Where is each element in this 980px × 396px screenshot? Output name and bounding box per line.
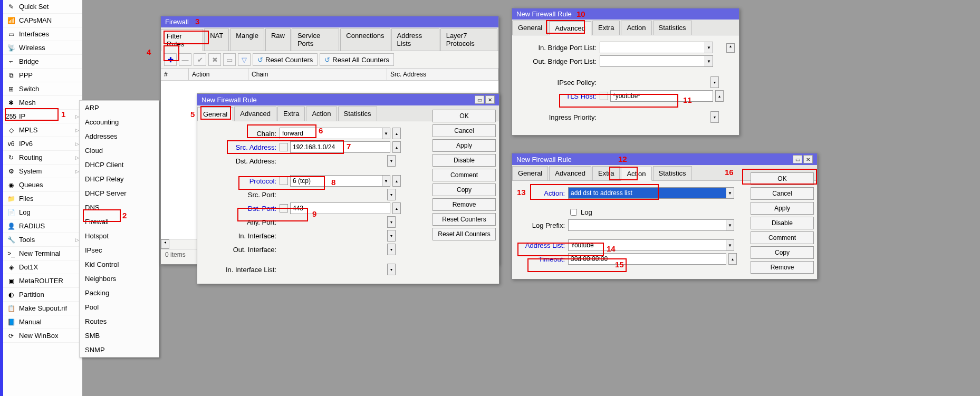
src-updown[interactable]: ▴	[392, 141, 401, 153]
sidebar-item-make-supout-rif[interactable]: 📋Make Supout.rif	[3, 302, 82, 315]
submenu-item-addresses[interactable]: Addresses	[80, 129, 159, 143]
disable-button[interactable]: Disable	[433, 154, 496, 167]
sidebar-item-dot1x[interactable]: ◈Dot1X	[3, 260, 82, 274]
col-chain[interactable]: Chain	[248, 69, 387, 80]
tab-advanced[interactable]: Advanced	[234, 107, 276, 121]
sidebar-item-wireless[interactable]: 📡Wireless	[3, 41, 82, 55]
tab-filter-rules[interactable]: Filter Rules	[161, 29, 203, 51]
submenu-item-arp[interactable]: ARP	[80, 101, 159, 115]
submenu-item-ipsec[interactable]: IPsec	[80, 243, 159, 257]
disable-button[interactable]: Disable	[751, 217, 814, 229]
inif-updown[interactable]: ▾	[387, 230, 396, 242]
log-prefix-input[interactable]	[568, 219, 726, 231]
ingress-updown[interactable]: ▾	[710, 111, 719, 123]
log-checkbox[interactable]	[570, 209, 577, 216]
col-action[interactable]: Action	[189, 69, 248, 80]
sidebar-item-new-terminal[interactable]: >_New Terminal	[3, 247, 82, 260]
comment-button[interactable]: Comment	[433, 169, 496, 181]
log-prefix-dd[interactable]: ▼	[726, 219, 734, 231]
out-bridge-input[interactable]	[600, 55, 705, 67]
tab-statistics[interactable]: Statistics	[653, 21, 692, 35]
sidebar-item-routing[interactable]: ↻Routing▷	[3, 151, 82, 165]
submenu-item-kid-control[interactable]: Kid Control	[80, 257, 159, 272]
src-neg[interactable]	[280, 143, 288, 151]
iniflist-updown[interactable]: ▾	[387, 264, 396, 275]
action-input[interactable]	[568, 187, 726, 199]
sidebar-item-switch[interactable]: ⊞Switch	[3, 82, 82, 96]
tab-general[interactable]: General	[512, 21, 548, 35]
submenu-item-dhcp-relay[interactable]: DHCP Relay	[80, 172, 159, 186]
dst-updown[interactable]: ▾	[387, 155, 396, 167]
enable-button[interactable]: ✔	[194, 53, 206, 66]
chain-input[interactable]	[280, 128, 382, 139]
disable-button[interactable]: ✖	[208, 53, 221, 66]
scroll-up[interactable]: ▴	[726, 43, 735, 53]
sidebar-item-bridge[interactable]: ⫟Bridge	[3, 55, 82, 69]
addr-list-dd[interactable]: ▼	[726, 239, 734, 251]
minimize-icon[interactable]: ▭	[475, 95, 484, 104]
submenu-item-smb[interactable]: SMB	[80, 329, 159, 343]
tab-advanced[interactable]: Advanced	[549, 166, 591, 180]
submenu-item-accounting[interactable]: Accounting	[80, 115, 159, 129]
proto-updown[interactable]: ▴	[392, 175, 401, 187]
addr-list-input[interactable]	[568, 239, 726, 251]
comment-button[interactable]: Comment	[751, 231, 814, 244]
in-bridge-input[interactable]	[600, 42, 705, 53]
sidebar-item-files[interactable]: 📁Files	[3, 192, 82, 206]
tab-action[interactable]: Action	[621, 167, 651, 181]
remove-button[interactable]: Remove	[751, 261, 814, 274]
remove-button[interactable]: Remove	[433, 198, 496, 211]
sport-updown[interactable]: ▾	[387, 189, 396, 200]
tls-updown[interactable]: ▴	[715, 90, 724, 102]
copy-button[interactable]: Copy	[751, 246, 814, 259]
apply-button[interactable]: Apply	[433, 139, 496, 152]
sidebar-item-mesh[interactable]: ✱Mesh	[3, 96, 82, 110]
proto-dropdown[interactable]: ▼	[382, 175, 390, 187]
submenu-item-dhcp-server[interactable]: DHCP Server	[80, 186, 159, 200]
sidebar-item-manual[interactable]: 📘Manual	[3, 315, 82, 329]
close-icon[interactable]: ✕	[485, 95, 495, 104]
sidebar-item-ipv6[interactable]: v6IPv6▷	[3, 137, 82, 151]
dport-neg[interactable]	[280, 204, 288, 213]
ok-button[interactable]: OK	[751, 172, 814, 185]
dport-updown[interactable]: ▴	[392, 202, 401, 214]
tls-host-input[interactable]	[610, 90, 713, 102]
tab-statistics[interactable]: Statistics	[653, 166, 692, 180]
action-dd[interactable]: ▼	[726, 187, 734, 199]
timeout-updown[interactable]: ▴	[728, 253, 737, 265]
tab-action[interactable]: Action	[306, 107, 337, 121]
submenu-item-pool[interactable]: Pool	[80, 300, 159, 314]
reset-all-counters-button[interactable]: Reset All Counters	[433, 228, 496, 240]
submenu-item-snmp[interactable]: SNMP	[80, 343, 159, 357]
col-src[interactable]: Src. Address	[387, 69, 498, 80]
tab-address-lists[interactable]: Address Lists	[391, 28, 439, 51]
tab-extra[interactable]: Extra	[592, 21, 620, 35]
cancel-button[interactable]: Cancel	[433, 124, 496, 137]
outif-updown[interactable]: ▾	[387, 244, 396, 255]
tab-extra[interactable]: Extra	[277, 107, 305, 121]
sidebar-item-ip[interactable]: 255IP▷	[3, 110, 82, 123]
col-num[interactable]: #	[161, 69, 189, 80]
in-bridge-dd[interactable]: ▼	[705, 42, 713, 53]
cancel-button[interactable]: Cancel	[751, 187, 814, 200]
aport-updown[interactable]: ▾	[387, 216, 396, 228]
sidebar-item-interfaces[interactable]: ▭Interfaces	[3, 27, 82, 41]
scroll-left[interactable]: ◂	[161, 239, 169, 249]
proto-neg[interactable]	[280, 177, 288, 185]
ipsec-updown[interactable]: ▾	[710, 76, 719, 88]
tab-connections[interactable]: Connections	[340, 28, 390, 51]
chain-dropdown[interactable]: ▼	[382, 128, 390, 139]
tab-action[interactable]: Action	[621, 21, 651, 35]
sidebar-item-quick-set[interactable]: ✎Quick Set	[3, 0, 82, 14]
out-bridge-dd[interactable]: ▼	[705, 55, 713, 67]
tab-mangle[interactable]: Mangle	[230, 28, 264, 51]
tab-extra[interactable]: Extra	[592, 166, 620, 180]
sidebar-item-new-winbox[interactable]: ⟳New WinBox	[3, 329, 82, 343]
sidebar-item-radius[interactable]: 👤RADIUS	[3, 219, 82, 233]
sidebar-item-mpls[interactable]: ◇MPLS▷	[3, 123, 82, 137]
tab-nat[interactable]: NAT	[204, 28, 229, 51]
add-button[interactable]: ✚	[164, 53, 177, 66]
minimize-icon[interactable]: ▭	[793, 155, 802, 163]
sidebar-item-ppp[interactable]: ⧉PPP	[3, 69, 82, 82]
sidebar-item-log[interactable]: 📄Log	[3, 206, 82, 219]
